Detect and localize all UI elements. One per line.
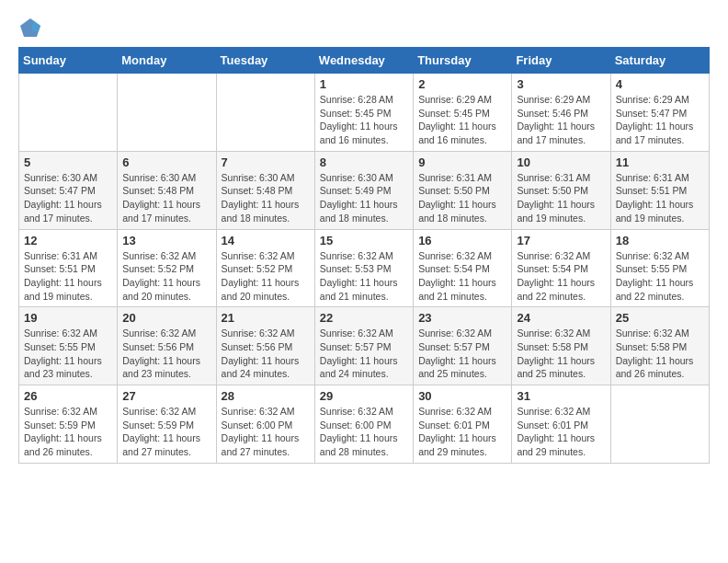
calendar-cell: 10Sunrise: 6:31 AM Sunset: 5:50 PM Dayli… [512, 151, 610, 229]
day-number: 16 [418, 234, 506, 247]
calendar-cell: 7Sunrise: 6:30 AM Sunset: 5:48 PM Daylig… [216, 151, 314, 229]
week-row-4: 19Sunrise: 6:32 AM Sunset: 5:55 PM Dayli… [19, 307, 710, 385]
day-info: Sunrise: 6:29 AM Sunset: 5:47 PM Dayligh… [616, 93, 704, 147]
day-info: Sunrise: 6:31 AM Sunset: 5:51 PM Dayligh… [616, 171, 704, 225]
calendar-cell: 12Sunrise: 6:31 AM Sunset: 5:51 PM Dayli… [19, 229, 118, 307]
header-tuesday: Tuesday [216, 48, 314, 74]
day-info: Sunrise: 6:30 AM Sunset: 5:48 PM Dayligh… [222, 171, 310, 225]
day-info: Sunrise: 6:32 AM Sunset: 6:01 PM Dayligh… [418, 405, 506, 459]
day-number: 21 [222, 311, 310, 325]
day-number: 10 [517, 155, 605, 169]
header-thursday: Thursday [414, 48, 512, 74]
day-number: 9 [418, 155, 506, 169]
day-info: Sunrise: 6:32 AM Sunset: 5:52 PM Dayligh… [222, 249, 310, 304]
calendar-cell: 1Sunrise: 6:28 AM Sunset: 5:45 PM Daylig… [314, 74, 413, 152]
day-info: Sunrise: 6:30 AM Sunset: 5:48 PM Dayligh… [122, 171, 210, 225]
day-info: Sunrise: 6:32 AM Sunset: 5:55 PM Dayligh… [616, 249, 704, 304]
calendar-cell: 22Sunrise: 6:32 AM Sunset: 5:57 PM Dayli… [314, 307, 413, 385]
calendar-cell: 17Sunrise: 6:32 AM Sunset: 5:54 PM Dayli… [512, 229, 610, 307]
day-number: 8 [320, 155, 408, 169]
calendar-cell: 24Sunrise: 6:32 AM Sunset: 5:58 PM Dayli… [512, 307, 610, 385]
day-info: Sunrise: 6:32 AM Sunset: 5:54 PM Dayligh… [517, 249, 605, 304]
calendar-cell: 6Sunrise: 6:30 AM Sunset: 5:48 PM Daylig… [118, 151, 216, 229]
day-number: 1 [320, 77, 408, 91]
day-number: 19 [24, 311, 112, 325]
calendar-cell: 16Sunrise: 6:32 AM Sunset: 5:54 PM Dayli… [414, 229, 512, 307]
calendar-cell: 27Sunrise: 6:32 AM Sunset: 5:59 PM Dayli… [118, 385, 216, 464]
calendar-cell: 2Sunrise: 6:29 AM Sunset: 5:45 PM Daylig… [414, 74, 512, 152]
calendar-cell: 8Sunrise: 6:30 AM Sunset: 5:49 PM Daylig… [314, 151, 413, 229]
day-number: 4 [616, 77, 704, 91]
calendar-cell: 20Sunrise: 6:32 AM Sunset: 5:56 PM Dayli… [118, 307, 216, 385]
day-info: Sunrise: 6:32 AM Sunset: 6:00 PM Dayligh… [320, 405, 408, 459]
day-number: 22 [320, 311, 408, 325]
day-number: 20 [122, 311, 210, 325]
calendar-cell [118, 74, 216, 152]
day-info: Sunrise: 6:29 AM Sunset: 5:46 PM Dayligh… [517, 93, 605, 147]
day-info: Sunrise: 6:31 AM Sunset: 5:51 PM Dayligh… [24, 249, 112, 304]
day-info: Sunrise: 6:28 AM Sunset: 5:45 PM Dayligh… [320, 93, 408, 147]
week-row-2: 5Sunrise: 6:30 AM Sunset: 5:47 PM Daylig… [19, 151, 710, 229]
calendar-cell: 28Sunrise: 6:32 AM Sunset: 6:00 PM Dayli… [216, 385, 314, 464]
calendar-cell: 9Sunrise: 6:31 AM Sunset: 5:50 PM Daylig… [414, 151, 512, 229]
calendar-cell: 31Sunrise: 6:32 AM Sunset: 6:01 PM Dayli… [512, 385, 610, 464]
day-info: Sunrise: 6:32 AM Sunset: 5:59 PM Dayligh… [122, 405, 210, 459]
day-info: Sunrise: 6:32 AM Sunset: 5:52 PM Dayligh… [122, 249, 210, 304]
day-number: 3 [517, 77, 605, 91]
header-saturday: Saturday [610, 48, 709, 74]
day-info: Sunrise: 6:32 AM Sunset: 6:01 PM Dayligh… [517, 405, 605, 459]
calendar-cell: 26Sunrise: 6:32 AM Sunset: 5:59 PM Dayli… [19, 385, 118, 464]
calendar-cell: 25Sunrise: 6:32 AM Sunset: 5:58 PM Dayli… [610, 307, 709, 385]
calendar-cell [216, 74, 314, 152]
calendar-cell: 4Sunrise: 6:29 AM Sunset: 5:47 PM Daylig… [610, 74, 709, 152]
day-number: 27 [122, 389, 210, 403]
day-number: 12 [24, 234, 112, 247]
calendar-cell: 19Sunrise: 6:32 AM Sunset: 5:55 PM Dayli… [19, 307, 118, 385]
logo-icon [20, 18, 40, 37]
day-number: 14 [222, 234, 310, 247]
calendar-cell: 11Sunrise: 6:31 AM Sunset: 5:51 PM Dayli… [610, 151, 709, 229]
day-number: 30 [418, 389, 506, 403]
calendar-cell [610, 385, 709, 464]
week-row-1: 1Sunrise: 6:28 AM Sunset: 5:45 PM Daylig… [19, 74, 710, 152]
day-info: Sunrise: 6:32 AM Sunset: 5:58 PM Dayligh… [616, 327, 704, 381]
calendar-cell: 5Sunrise: 6:30 AM Sunset: 5:47 PM Daylig… [19, 151, 118, 229]
day-number: 31 [517, 389, 605, 403]
calendar-cell: 30Sunrise: 6:32 AM Sunset: 6:01 PM Dayli… [414, 385, 512, 464]
day-number: 6 [122, 155, 210, 169]
day-info: Sunrise: 6:32 AM Sunset: 6:00 PM Dayligh… [222, 405, 310, 459]
day-info: Sunrise: 6:32 AM Sunset: 5:58 PM Dayligh… [517, 327, 605, 381]
calendar-cell: 3Sunrise: 6:29 AM Sunset: 5:46 PM Daylig… [512, 74, 610, 152]
header-monday: Monday [118, 48, 216, 74]
day-number: 5 [24, 155, 112, 169]
day-info: Sunrise: 6:32 AM Sunset: 5:57 PM Dayligh… [418, 327, 506, 381]
day-number: 13 [122, 234, 210, 247]
day-info: Sunrise: 6:30 AM Sunset: 5:49 PM Dayligh… [320, 171, 408, 225]
week-row-3: 12Sunrise: 6:31 AM Sunset: 5:51 PM Dayli… [19, 229, 710, 307]
day-number: 2 [418, 77, 506, 91]
calendar-cell [19, 74, 118, 152]
calendar-cell: 18Sunrise: 6:32 AM Sunset: 5:55 PM Dayli… [610, 229, 709, 307]
day-number: 7 [222, 155, 310, 169]
calendar-header-row: SundayMondayTuesdayWednesdayThursdayFrid… [19, 48, 710, 74]
day-number: 29 [320, 389, 408, 403]
day-info: Sunrise: 6:32 AM Sunset: 5:56 PM Dayligh… [222, 327, 310, 381]
page-header [18, 18, 710, 33]
calendar-cell: 23Sunrise: 6:32 AM Sunset: 5:57 PM Dayli… [414, 307, 512, 385]
logo [18, 18, 40, 33]
day-info: Sunrise: 6:31 AM Sunset: 5:50 PM Dayligh… [517, 171, 605, 225]
day-number: 17 [517, 234, 605, 247]
day-info: Sunrise: 6:32 AM Sunset: 5:55 PM Dayligh… [24, 327, 112, 381]
day-number: 24 [517, 311, 605, 325]
day-number: 26 [24, 389, 112, 403]
day-info: Sunrise: 6:32 AM Sunset: 5:54 PM Dayligh… [418, 249, 506, 304]
calendar-cell: 21Sunrise: 6:32 AM Sunset: 5:56 PM Dayli… [216, 307, 314, 385]
day-info: Sunrise: 6:32 AM Sunset: 5:56 PM Dayligh… [122, 327, 210, 381]
calendar-table: SundayMondayTuesdayWednesdayThursdayFrid… [18, 47, 710, 464]
day-info: Sunrise: 6:29 AM Sunset: 5:45 PM Dayligh… [418, 93, 506, 147]
day-number: 18 [616, 234, 704, 247]
day-number: 25 [616, 311, 704, 325]
day-info: Sunrise: 6:32 AM Sunset: 5:59 PM Dayligh… [24, 405, 112, 459]
calendar-cell: 13Sunrise: 6:32 AM Sunset: 5:52 PM Dayli… [118, 229, 216, 307]
day-number: 15 [320, 234, 408, 247]
